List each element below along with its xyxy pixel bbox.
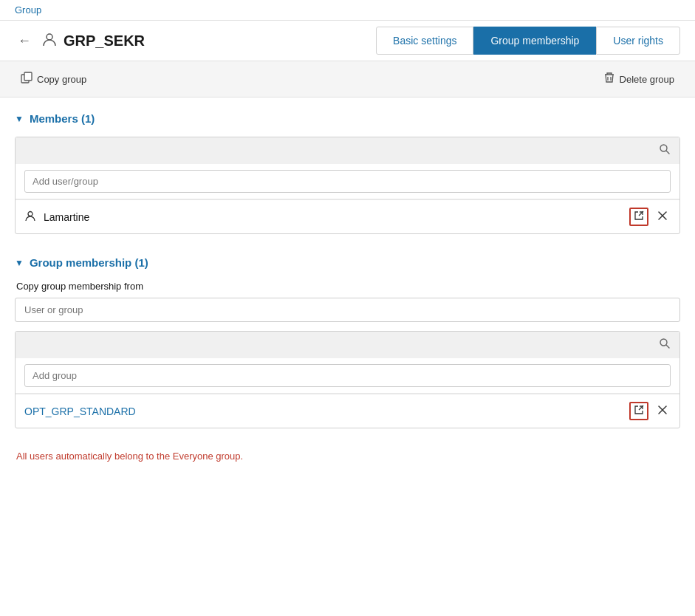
member-actions xyxy=(629,208,671,226)
group-actions xyxy=(629,402,671,420)
back-icon: ← xyxy=(18,33,31,48)
group-membership-card: OPT_GRP_STANDARD xyxy=(15,331,680,428)
copy-icon xyxy=(21,72,32,86)
main-content: ▼ Members (1) Lamartine xyxy=(0,97,695,476)
member-name-lamartine: Lamartine xyxy=(44,211,629,223)
group-title: GRP_SEKR xyxy=(64,32,376,49)
member-remove-button[interactable] xyxy=(654,209,671,225)
copy-from-input-row xyxy=(15,298,680,322)
members-toggle-icon: ▼ xyxy=(15,114,24,124)
add-group-row xyxy=(16,358,679,394)
group-icon xyxy=(41,31,58,51)
copy-group-label: Copy group xyxy=(37,74,86,85)
tab-user-rights[interactable]: User rights xyxy=(596,27,680,55)
member-external-link-button[interactable] xyxy=(629,208,648,226)
delete-icon xyxy=(603,72,615,86)
add-user-input[interactable] xyxy=(24,170,671,193)
add-user-row xyxy=(16,164,679,199)
members-section-header[interactable]: ▼ Members (1) xyxy=(15,112,680,125)
back-button[interactable]: ← xyxy=(15,30,34,52)
breadcrumb-label: Group xyxy=(15,4,41,16)
svg-line-4 xyxy=(666,151,669,154)
add-group-input[interactable] xyxy=(24,364,671,387)
toolbar-right: Delete group xyxy=(598,69,680,89)
group-external-link-button[interactable] xyxy=(629,402,648,420)
toolbar: Copy group Delete group xyxy=(0,61,695,97)
group-membership-section-header[interactable]: ▼ Group membership (1) xyxy=(15,256,680,269)
breadcrumb: Group xyxy=(0,0,695,21)
tab-group-membership[interactable]: Group membership xyxy=(473,27,596,55)
members-search-bar xyxy=(16,137,679,164)
svg-point-0 xyxy=(47,34,52,40)
delete-group-button[interactable]: Delete group xyxy=(598,69,680,89)
group-membership-toggle-icon: ▼ xyxy=(15,258,24,268)
group-name-opt-grp-standard: OPT_GRP_STANDARD xyxy=(24,405,629,417)
members-card: Lamartine xyxy=(15,137,680,234)
svg-point-5 xyxy=(28,211,32,216)
svg-line-10 xyxy=(666,345,669,348)
footer-note: All users automatically belong to the Ev… xyxy=(15,451,680,462)
delete-group-label: Delete group xyxy=(620,74,674,85)
copy-from-input[interactable] xyxy=(15,298,680,322)
members-section-title: Members (1) xyxy=(30,112,95,125)
copy-from-label: Copy group membership from xyxy=(15,281,680,292)
members-search-icon xyxy=(659,143,671,158)
toolbar-left: Copy group xyxy=(15,69,92,89)
group-membership-section-title: Group membership (1) xyxy=(30,256,148,269)
tab-basic-settings[interactable]: Basic settings xyxy=(376,27,473,55)
group-search-icon xyxy=(659,338,671,352)
group-remove-button[interactable] xyxy=(654,403,671,420)
tabs-container: Basic settings Group membership User rig… xyxy=(376,27,680,55)
group-row-opt-grp-standard: OPT_GRP_STANDARD xyxy=(16,394,679,428)
member-user-icon xyxy=(24,210,36,225)
copy-group-button[interactable]: Copy group xyxy=(15,69,92,89)
header: ← GRP_SEKR Basic settings Group membersh… xyxy=(0,21,695,61)
svg-rect-2 xyxy=(24,72,32,81)
member-row-lamartine: Lamartine xyxy=(16,199,679,233)
group-search-bar xyxy=(16,332,679,358)
